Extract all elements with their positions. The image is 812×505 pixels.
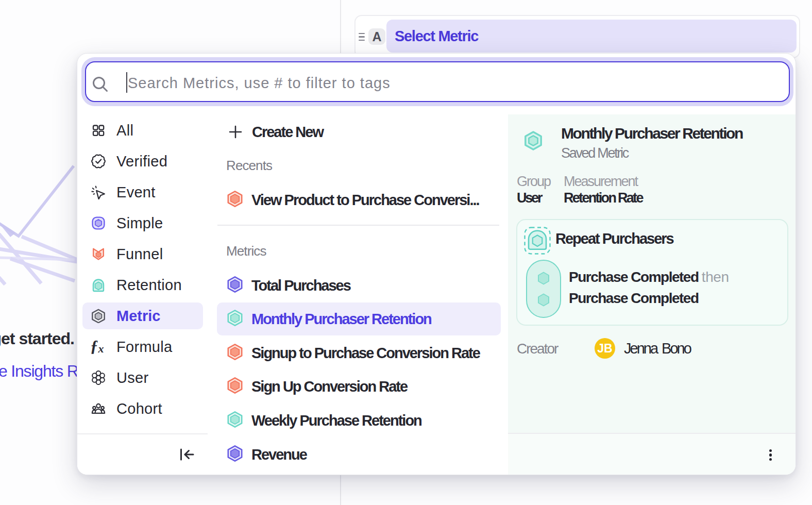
svg-text:ƒ: ƒ bbox=[90, 337, 98, 355]
svg-text:x: x bbox=[98, 342, 104, 355]
